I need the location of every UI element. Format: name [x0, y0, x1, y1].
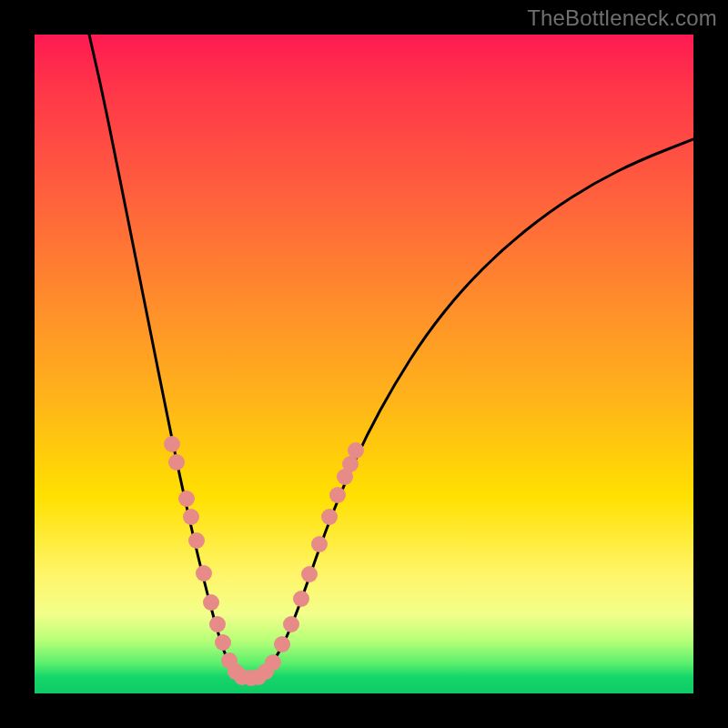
data-point	[209, 616, 226, 632]
data-point	[311, 536, 328, 552]
data-point	[178, 490, 195, 507]
data-point	[164, 436, 180, 452]
chart-frame: TheBottleneck.com	[0, 0, 728, 728]
curve-dots-right	[250, 442, 364, 685]
data-point	[348, 442, 364, 459]
data-point	[188, 532, 205, 549]
bottleneck-curve	[89, 35, 693, 677]
data-point	[283, 616, 299, 632]
data-point	[329, 487, 346, 503]
data-point	[274, 636, 290, 652]
watermark-text: TheBottleneck.com	[527, 5, 717, 31]
data-point	[265, 654, 281, 671]
data-point	[301, 566, 318, 582]
data-point	[168, 454, 185, 470]
data-point	[183, 509, 199, 525]
data-point	[196, 565, 212, 581]
data-point	[293, 591, 309, 607]
data-point	[203, 594, 219, 611]
data-point	[215, 634, 231, 651]
plot-area	[35, 35, 693, 693]
data-point	[321, 509, 338, 525]
chart-svg	[35, 35, 693, 693]
